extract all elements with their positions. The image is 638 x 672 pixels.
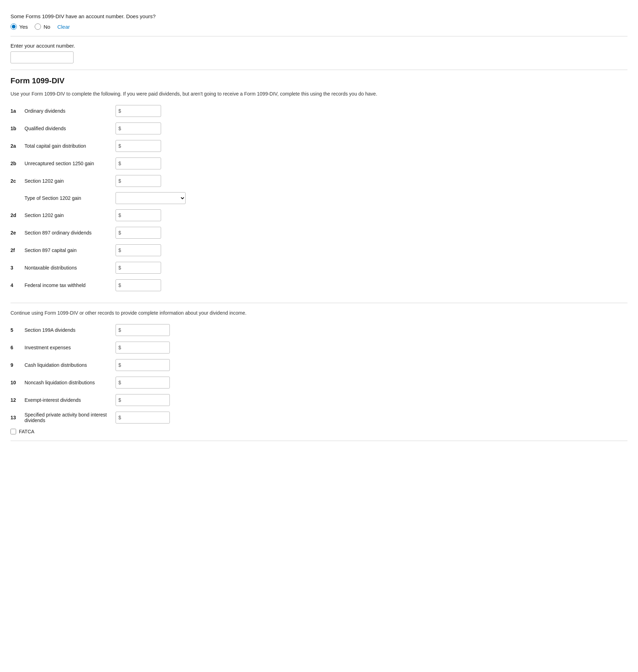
field-label-10: Noncash liquidation distributions: [25, 380, 116, 385]
field-input-2a[interactable]: [116, 140, 161, 152]
yes-option[interactable]: Yes: [11, 23, 28, 30]
field-input-wrapper-9: $: [116, 359, 170, 371]
field-row-6: 6 Investment expenses $: [11, 341, 627, 354]
field-number-3: 3: [11, 265, 25, 271]
field-input-2b[interactable]: [116, 158, 161, 169]
field-number-4: 4: [11, 282, 25, 288]
clear-link[interactable]: Clear: [57, 24, 70, 30]
continue-text: Continue using Form 1099-DIV or other re…: [11, 309, 627, 317]
field-dropdown-2c-type[interactable]: Option A Option B Option C: [116, 192, 186, 204]
fatca-row: FATCA: [11, 429, 627, 434]
field-input-wrapper-6: $: [116, 342, 170, 354]
field-input-wrapper-1a: $: [116, 105, 161, 117]
field-input-6[interactable]: [116, 342, 170, 354]
field-input-3[interactable]: [116, 262, 161, 274]
no-label[interactable]: No: [43, 24, 50, 30]
field-number-1b: 1b: [11, 126, 25, 131]
field-label-2e: Section 897 ordinary dividends: [25, 230, 116, 236]
field-input-wrapper-2a: $: [116, 140, 161, 152]
field-number-2d: 2d: [11, 212, 25, 218]
field-input-wrapper-13: $: [116, 412, 170, 424]
field-row-10: 10 Noncash liquidation distributions $: [11, 376, 627, 389]
field-number-2a: 2a: [11, 143, 25, 149]
field-row-2a: 2a Total capital gain distribution $: [11, 140, 627, 152]
field-input-2c[interactable]: [116, 175, 161, 187]
field-input-wrapper-2e: $: [116, 227, 161, 239]
field-row-3: 3 Nontaxable distributions $: [11, 261, 627, 274]
field-label-5: Section 199A dividends: [25, 327, 116, 333]
yes-label[interactable]: Yes: [19, 24, 28, 30]
field-input-wrapper-2c: $: [116, 175, 161, 187]
field-row-2b: 2b Unrecaptured section 1250 gain $: [11, 157, 627, 170]
account-number-section: Enter your account number.: [11, 36, 627, 70]
field-input-wrapper-4: $: [116, 279, 161, 291]
field-input-wrapper-2b: $: [116, 158, 161, 169]
field-number-1a: 1a: [11, 108, 25, 114]
field-row-9: 9 Cash liquidation distributions $: [11, 359, 627, 371]
field-label-9: Cash liquidation distributions: [25, 362, 116, 368]
field-input-9[interactable]: [116, 359, 170, 371]
field-input-5[interactable]: [116, 324, 170, 336]
field-label-1b: Qualified dividends: [25, 126, 116, 131]
field-input-4[interactable]: [116, 279, 161, 291]
field-label-3: Nontaxable distributions: [25, 265, 116, 271]
field-input-13[interactable]: [116, 412, 170, 424]
form-title: Form 1099-DIV: [11, 76, 627, 85]
field-row-12: 12 Exempt-interest dividends $: [11, 394, 627, 406]
field-label-2b: Unrecaptured section 1250 gain: [25, 161, 116, 166]
field-number-2f: 2f: [11, 247, 25, 253]
no-option[interactable]: No: [35, 23, 50, 30]
field-input-wrapper-5: $: [116, 324, 170, 336]
field-input-1b[interactable]: [116, 122, 161, 134]
field-input-wrapper-12: $: [116, 394, 170, 406]
field-row-2c: 2c Section 1202 gain $: [11, 175, 627, 187]
field-row-2d: 2d Section 1202 gain $: [11, 209, 627, 222]
account-question-text: Some Forms 1099-DIV have an account numb…: [11, 13, 627, 19]
yes-radio[interactable]: [11, 23, 17, 30]
form-description: Use your Form 1099-DIV to complete the f…: [11, 90, 627, 98]
field-number-2e: 2e: [11, 230, 25, 236]
field-input-wrapper-3: $: [116, 262, 161, 274]
field-row-5: 5 Section 199A dividends $: [11, 324, 627, 336]
field-number-13: 13: [11, 415, 25, 420]
field-input-2f[interactable]: [116, 244, 161, 256]
field-input-2d[interactable]: [116, 209, 161, 221]
field-input-wrapper-10: $: [116, 377, 170, 388]
account-number-input[interactable]: [11, 51, 74, 63]
field-label-2a: Total capital gain distribution: [25, 143, 116, 149]
fatca-label[interactable]: FATCA: [19, 429, 34, 434]
field-label-4: Federal income tax withheld: [25, 282, 116, 288]
field-input-wrapper-1b: $: [116, 122, 161, 134]
form-1099-div-section: Form 1099-DIV Use your Form 1099-DIV to …: [11, 70, 627, 303]
field-number-5: 5: [11, 327, 25, 333]
field-input-wrapper-2f: $: [116, 244, 161, 256]
field-number-10: 10: [11, 380, 25, 385]
account-question-section: Some Forms 1099-DIV have an account numb…: [11, 7, 627, 36]
field-row-2e: 2e Section 897 ordinary dividends $: [11, 226, 627, 239]
field-label-2f: Section 897 capital gain: [25, 247, 116, 253]
field-row-13: 13 Specified private activity bond inter…: [11, 411, 627, 424]
field-label-6: Investment expenses: [25, 345, 116, 350]
field-input-12[interactable]: [116, 394, 170, 406]
field-number-9: 9: [11, 362, 25, 368]
field-label-12: Exempt-interest dividends: [25, 397, 116, 403]
field-label-2c: Section 1202 gain: [25, 178, 116, 184]
field-label-2d: Section 1202 gain: [25, 212, 116, 218]
fatca-checkbox[interactable]: [11, 429, 16, 434]
field-input-2e[interactable]: [116, 227, 161, 239]
no-radio[interactable]: [35, 23, 41, 30]
field-number-12: 12: [11, 397, 25, 403]
field-input-10[interactable]: [116, 377, 170, 388]
field-number-2b: 2b: [11, 161, 25, 166]
field-input-wrapper-2d: $: [116, 209, 161, 221]
field-row-4: 4 Federal income tax withheld $: [11, 279, 627, 292]
field-row-1a: 1a Ordinary dividends $: [11, 105, 627, 117]
field-number-2c: 2c: [11, 178, 25, 184]
field-row-1b: 1b Qualified dividends $: [11, 122, 627, 135]
field-row-2f: 2f Section 897 capital gain $: [11, 244, 627, 257]
field-input-1a[interactable]: [116, 105, 161, 117]
field-row-2c-type: Type of Section 1202 gain Option A Optio…: [11, 192, 627, 204]
field-label-13: Specified private activity bond interest…: [25, 412, 116, 423]
account-number-label: Enter your account number.: [11, 43, 627, 49]
field-number-6: 6: [11, 345, 25, 350]
